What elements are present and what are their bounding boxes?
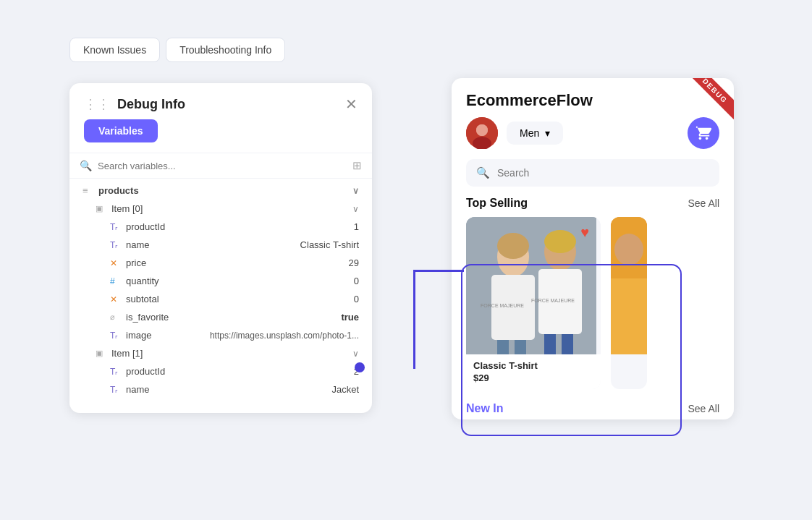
product-image-jacket-partial (611, 217, 647, 354)
text-icon-name1: Tᵣ (110, 385, 126, 395)
avatar-svg (466, 117, 498, 149)
product-price-classic: $29 (473, 372, 593, 383)
grid-icon: ⋮⋮ (84, 96, 110, 112)
chevron-down-icon: ▾ (545, 127, 550, 139)
see-all-new-in[interactable]: See All (688, 403, 719, 414)
product-img-partial-svg (611, 217, 647, 354)
avatar (466, 117, 498, 149)
var-label-price: price (126, 257, 349, 268)
var-value-productid: 1 (354, 221, 359, 232)
ecom-search-input[interactable] (497, 167, 709, 179)
svg-point-3 (476, 124, 488, 136)
var-row-productid-1: Tᵣ productId 2 (69, 362, 372, 380)
product-image-classic: FORCE MAJEURE FORCE MAJEURE ♥ (466, 217, 596, 354)
var-label-productid-1: productId (126, 366, 354, 377)
search-input[interactable] (98, 161, 347, 171)
percent-icon-subtotal: ✕ (110, 294, 126, 304)
filter-icon[interactable]: ⊞ (352, 159, 362, 172)
connector-line-vertical (413, 270, 415, 369)
var-row-products[interactable]: ≡ products ∨ (69, 182, 372, 200)
variables-list: ≡ products ∨ ▣ Item [0] ∨ Tᵣ productId 1… (69, 179, 372, 401)
var-label-item0: Item [0] (111, 203, 348, 214)
var-label-image: image (126, 330, 210, 341)
svg-rect-9 (515, 340, 526, 354)
var-label-name: name (126, 239, 300, 250)
var-row-is-favorite: ⌀ is_favorite true (69, 308, 372, 326)
toggle-icon: ⌀ (110, 312, 126, 322)
debug-panel: ⋮⋮ Debug Info ✕ Variables 🔍 ⊞ ≡ products… (69, 83, 372, 413)
search-icon: 🔍 (80, 160, 92, 171)
var-value-subtotal: 0 (354, 294, 359, 304)
svg-rect-13 (562, 334, 573, 354)
var-label-productid: productId (126, 221, 354, 232)
list-icon: ≡ (83, 185, 98, 196)
var-value-is-favorite: true (341, 312, 359, 323)
svg-text:FORCE MAJEURE: FORCE MAJEURE (481, 303, 524, 308)
top-selling-header: Top Selling See All (452, 197, 734, 217)
var-row-item0[interactable]: ▣ Item [0] ∨ (69, 200, 372, 218)
product-card-jacket-partial[interactable] (611, 217, 647, 389)
debug-panel-header: ⋮⋮ Debug Info ✕ (69, 83, 372, 119)
svg-rect-8 (497, 340, 509, 354)
svg-point-15 (544, 230, 576, 253)
svg-rect-21 (611, 278, 647, 354)
heart-icon[interactable]: ♥ (580, 224, 589, 241)
see-all-top-selling[interactable]: See All (688, 197, 719, 209)
var-row-productid: Tᵣ productId 1 (69, 218, 372, 236)
var-value-price: 29 (349, 257, 359, 268)
debug-badge: DEBUG (687, 78, 734, 119)
variables-button[interactable]: Variables (84, 119, 158, 142)
tab-troubleshooting[interactable]: Troubleshooting Info (166, 38, 285, 62)
svg-point-20 (614, 234, 643, 265)
tab-known-issues[interactable]: Known Issues (69, 38, 160, 62)
dropdown-label: Men (520, 127, 539, 139)
connector-dot (355, 362, 365, 372)
var-label-products: products (98, 185, 348, 196)
var-row-quantity: # quantity 0 (69, 272, 372, 290)
top-selling-title: Top Selling (466, 197, 528, 210)
chevron-icon-products: ∨ (352, 186, 359, 196)
product-name-classic: Classic T-shirt (473, 360, 593, 371)
item-icon: ▣ (96, 204, 111, 213)
debug-title-row: ⋮⋮ Debug Info (84, 96, 185, 112)
ecom-title: EcommerceFlow (466, 91, 593, 110)
product-card-classic-tshirt[interactable]: FORCE MAJEURE FORCE MAJEURE ♥ Classic T-… (466, 217, 601, 389)
text-icon-pid1: Tᵣ (110, 367, 126, 377)
variables-tab: Variables (84, 119, 358, 142)
new-in-section: New In See All (452, 395, 734, 419)
chevron-icon-item0: ∨ (352, 204, 359, 214)
text-icon-image: Tᵣ (110, 331, 126, 341)
var-value-image: https://images.unsplash.com/photo-1... (210, 331, 359, 341)
var-label-quantity: quantity (126, 276, 354, 286)
ecom-search-bar: 🔍 (466, 159, 719, 187)
connector-line-horizontal (413, 270, 464, 272)
var-row-image: Tᵣ image https://images.unsplash.com/pho… (69, 326, 372, 344)
var-label-subtotal: subtotal (126, 294, 354, 304)
hash-icon: # (110, 276, 126, 286)
var-label-item1: Item [1] (111, 348, 348, 359)
close-button[interactable]: ✕ (345, 97, 358, 111)
var-label-is-favorite: is_favorite (126, 312, 341, 323)
var-label-name-1: name (126, 384, 331, 395)
item1-icon: ▣ (96, 349, 111, 358)
var-value-name: Classic T-shirt (300, 239, 359, 250)
svg-text:FORCE MAJEURE: FORCE MAJEURE (531, 298, 575, 303)
text-icon-name: Tᵣ (110, 240, 126, 250)
svg-point-14 (497, 233, 529, 259)
product-img-svg: FORCE MAJEURE FORCE MAJEURE (466, 217, 596, 354)
search-bar: 🔍 ⊞ (69, 153, 372, 179)
top-tabs-container: Known Issues Troubleshooting Info (69, 38, 285, 62)
ecom-search-icon: 🔍 (476, 166, 490, 179)
var-row-item1[interactable]: ▣ Item [1] ∨ (69, 344, 372, 362)
var-row-name: Tᵣ name Classic T-shirt (69, 236, 372, 254)
ecommerce-panel: DEBUG EcommerceFlow Men ▾ 🔍 Top Selling … (452, 78, 734, 419)
products-grid: FORCE MAJEURE FORCE MAJEURE ♥ Classic T-… (452, 217, 734, 389)
var-row-subtotal: ✕ subtotal 0 (69, 290, 372, 308)
var-value-name-1: Jacket (331, 384, 359, 395)
gender-dropdown[interactable]: Men ▾ (507, 122, 563, 145)
text-icon: Tᵣ (110, 222, 126, 232)
debug-panel-title: Debug Info (117, 97, 185, 112)
var-row-name-1: Tᵣ name Jacket (69, 380, 372, 398)
var-value-quantity: 0 (354, 276, 359, 286)
percent-icon: ✕ (110, 258, 126, 268)
